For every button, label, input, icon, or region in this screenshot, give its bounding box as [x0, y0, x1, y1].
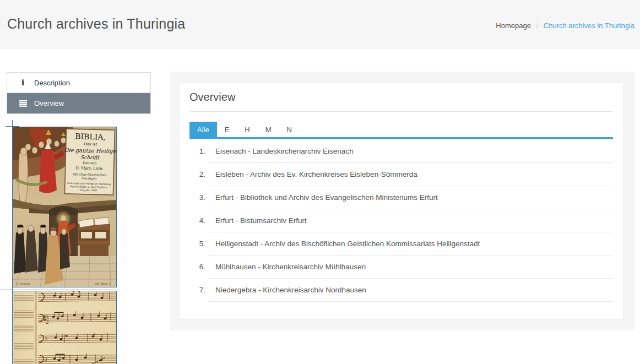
sidebar-item-description[interactable]: i Description [7, 73, 150, 93]
archive-list-item[interactable]: 6. Mühlhausen - Kirchenkreisarchiv Mühlh… [209, 256, 613, 279]
archive-name: Erfurt - Bistumsarchiv Erfurt [215, 216, 307, 225]
archive-name: Heiligenstadt - Archiv des Bischöflichen… [215, 240, 480, 248]
svg-text:BIBLIA,: BIBLIA, [75, 132, 106, 141]
page-title: Church archives in Thuringia [7, 16, 185, 32]
archive-number: 1. [199, 146, 205, 156]
breadcrumb-home-link[interactable]: Homepage [496, 21, 531, 30]
archive-name: Mühlhausen - Kirchenkreisarchiv Mühlhaus… [215, 263, 366, 271]
archive-number: 7. [199, 285, 205, 295]
bible-title-page-image[interactable]: BIBLIA, Das ist Die gantze Heilige Schri… [12, 127, 117, 287]
music-manuscript-image[interactable]: 32 3 3 [12, 291, 117, 364]
archive-list-item[interactable]: 3. Erfurt - Bibliothek und Archiv des Ev… [209, 186, 613, 209]
archive-list-item[interactable]: 4. Erfurt - Bistumsarchiv Erfurt [209, 209, 613, 232]
svg-text:Schrifft: Schrifft [80, 155, 100, 161]
panel-heading: Overview [189, 90, 613, 112]
sidebar-item-label: Overview [34, 99, 64, 107]
archive-name: Eisleben - Archiv des Ev. Kirchenkreises… [215, 170, 417, 178]
breadcrumb: Homepage / Church archives in Thuringia [496, 21, 634, 30]
archive-list: 1. Eisenach - Landeskirchenarchiv Eisena… [189, 140, 613, 302]
archive-number: 2. [199, 170, 205, 179]
archive-number: 6. [199, 262, 205, 271]
tab-alle[interactable]: Alle [189, 122, 217, 137]
svg-text:Joh. Bapt. f.: Joh. Bapt. f. [94, 282, 111, 286]
breadcrumb-current-link[interactable]: Church archives in Thuringia [544, 21, 634, 30]
tab-e[interactable]: E [217, 122, 237, 137]
sidebar-menu: i Description Overview [7, 72, 151, 114]
list-icon [19, 100, 27, 107]
tab-h[interactable]: H [237, 122, 257, 137]
svg-text:3: 3 [45, 336, 47, 341]
crop-mark [0, 290, 117, 290]
archive-name: Eisenach - Landeskirchenarchiv Eisenach [215, 147, 354, 155]
svg-text:Im Jahr 1686.: Im Jahr 1686. [80, 189, 98, 192]
archive-list-item[interactable]: 7. Niedergebra - Kirchenkreisarchiv Nord… [209, 279, 613, 302]
svg-text:2: 2 [46, 319, 49, 325]
archive-name: Erfurt - Bibliothek und Archiv des Evang… [215, 193, 438, 202]
overview-panel: Overview Alle E H M N 1. Eisenach - Land… [179, 83, 623, 319]
archive-number: 3. [199, 193, 205, 202]
info-icon: i [19, 78, 27, 88]
archive-number: 4. [199, 216, 205, 225]
breadcrumb-separator: / [536, 21, 539, 30]
content-section: Overview Alle E H M N 1. Eisenach - Land… [170, 72, 634, 330]
svg-text:Deutsch: Deutsch [83, 161, 96, 165]
archive-list-item[interactable]: 2. Eisleben - Archiv des Ev. Kirchenkrei… [209, 163, 613, 186]
archive-list-item[interactable]: 1. Eisenach - Landeskirchenarchiv Eisena… [209, 140, 613, 163]
sidebar-item-overview[interactable]: Overview [7, 93, 150, 113]
svg-text:D. Mart: Lüth:: D. Mart: Lüth: [75, 166, 104, 171]
archive-list-item[interactable]: 5. Heiligenstadt - Archiv des Bischöflic… [209, 232, 613, 256]
tab-n[interactable]: N [279, 122, 300, 137]
svg-text:3: 3 [45, 357, 47, 362]
archive-name: Niedergebra - Kirchenkreisarchiv Nordhau… [215, 286, 366, 294]
svg-text:Das ist: Das ist [84, 142, 98, 147]
sidebar-item-label: Description [34, 79, 70, 87]
svg-text:C. Sichem: C. Sichem [16, 282, 30, 285]
tab-m[interactable]: M [258, 122, 279, 137]
letter-tabs: Alle E H M N [189, 122, 613, 139]
archive-number: 5. [199, 239, 205, 248]
page-header: Church archives in Thuringia Homepage / … [0, 0, 640, 48]
